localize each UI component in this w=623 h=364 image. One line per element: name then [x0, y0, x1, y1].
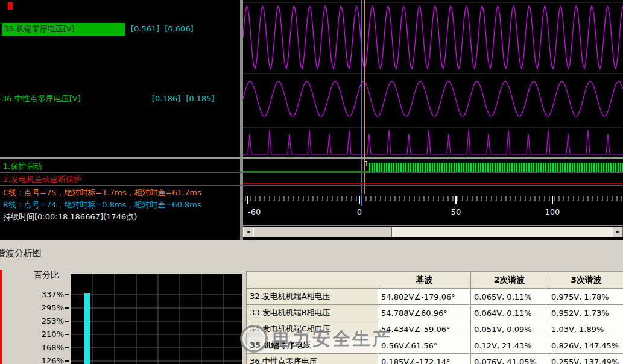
table-cell[interactable]: 0.051V, 0.09%: [471, 321, 548, 337]
time-axis[interactable]: -60050100: [243, 194, 623, 224]
channel-35-value-1: [0.561]: [131, 24, 159, 33]
channel-35-row[interactable]: 35.机端零序电压[V][0.561][0.606]: [2, 23, 194, 36]
y-tick-label: 295%: [35, 303, 64, 312]
y-tick-label: 253%: [35, 316, 64, 325]
red-edge-line: [0, 270, 2, 364]
channel-36-row[interactable]: 36.中性点零序电压[V][0.186][0.185]: [2, 93, 215, 104]
table-header-2: 2次谐波: [471, 272, 548, 288]
table-cell[interactable]: 0.975V, 1.78%: [548, 289, 623, 304]
y-tick-label: 210%: [35, 330, 64, 339]
channel-36-value-1: [0.186]: [152, 94, 180, 103]
table-cell[interactable]: 0.185V∠-172.14°: [378, 354, 470, 364]
channel-35-value-2: [0.606]: [165, 24, 193, 33]
time-axis-label: 0: [357, 207, 362, 216]
divider-horizontal: [0, 185, 623, 186]
y-tick-label: 337%: [35, 290, 64, 299]
red-marker: [8, 2, 13, 10]
time-axis-svg: -60050100: [243, 194, 623, 224]
duration-readout: 持续时间[0:00:18.186667](1746点): [3, 212, 137, 222]
waveform-pulses-trace: [243, 130, 623, 154]
r-cursor-readout: R线：点号=74，绝对时标=0.8ms，相对时差=60.8ms: [3, 199, 201, 210]
y-tick-mark: [65, 334, 69, 335]
table-cell[interactable]: 0.064V, 0.11%: [471, 305, 548, 321]
waveform-36-trace: [243, 81, 623, 116]
divider-horizontal: [0, 157, 623, 159]
digital-trace-1-active-band: [369, 163, 623, 172]
y-tick-mark: [65, 321, 69, 322]
harmonic-chart-svg: [71, 274, 242, 364]
digital-trace-1-trigger-marker: 1: [364, 160, 369, 168]
digital-channel-1-label[interactable]: 1.保护启动: [3, 161, 42, 172]
harmonic-bar[interactable]: [84, 293, 90, 364]
table-cell[interactable]: 54.802V∠-179.06°: [378, 289, 470, 304]
percent-axis-label: 百分比: [34, 270, 59, 281]
table-header-1: 基波: [378, 272, 470, 288]
c-cursor-readout: C线：点号=75，绝对时标=1.7ms，相对时差=61.7ms: [3, 187, 201, 198]
table-header-3: 3次谐波: [548, 272, 623, 288]
divider-horizontal: [243, 225, 623, 226]
digital-trace-2-line: [243, 183, 623, 184]
table-cell[interactable]: 1.03V, 1.89%: [548, 321, 623, 337]
scroll-left-button[interactable]: ◄: [243, 227, 253, 237]
harmonic-bar-chart[interactable]: [71, 274, 242, 364]
table-row-header[interactable]: 36.中性点零序电压: [247, 354, 378, 364]
horizontal-scrollbar[interactable]: ◄ ►: [243, 227, 623, 237]
harmonic-table: 基波2次谐波3次谐波32.发电机机端A相电压54.802V∠-179.06°0.…: [246, 271, 623, 364]
table-cell[interactable]: 0.56V∠61.56°: [378, 337, 470, 353]
table-cell[interactable]: 0.065V, 0.11%: [471, 289, 548, 304]
table-row-header[interactable]: 34.发电机机端C相电压: [247, 321, 378, 337]
channel-36-value-2: [0.185]: [186, 94, 214, 103]
table-header-blank: [247, 272, 378, 288]
table-cell[interactable]: 0.255V, 137.49%: [548, 354, 623, 364]
waveform-svg: [243, 0, 623, 157]
y-tick-label: 126%: [35, 356, 64, 364]
table-row-header[interactable]: 33.发电机机端B相电压: [247, 305, 378, 321]
scroll-right-button[interactable]: ►: [613, 227, 623, 237]
table-cell[interactable]: 0.826V, 147.45%: [548, 337, 623, 353]
y-tick-label: 168%: [35, 343, 64, 352]
y-tick-mark: [65, 360, 69, 362]
channel-36-label[interactable]: 36.中性点零序电压[V]: [2, 93, 147, 104]
r-cursor-line[interactable]: [361, 0, 362, 194]
y-tick-mark: [65, 347, 69, 348]
channel-35-label[interactable]: 35.机端零序电压[V]: [2, 23, 125, 36]
table-cell[interactable]: 0.952V, 1.73%: [548, 305, 623, 321]
harmonic-title: 谐波分析图: [0, 248, 42, 259]
table-cell[interactable]: 54.434V∠-59.06°: [378, 321, 470, 337]
waveform-display[interactable]: [243, 0, 623, 157]
time-axis-label: -60: [248, 207, 261, 216]
harmonic-panel: 谐波分析图 百分比 337%295%253%210%168%126% 基波2次谐…: [0, 240, 623, 364]
table-cell[interactable]: 0.076V, 41.05%: [471, 354, 548, 364]
table-cell[interactable]: 54.788V∠60.96°: [378, 305, 470, 321]
scrollbar-thumb[interactable]: [253, 227, 392, 237]
y-tick-mark: [65, 294, 69, 295]
waveform-35-trace: [243, 6, 623, 68]
time-axis-label: 100: [545, 207, 560, 216]
wave-analysis-window: 35.机端零序电压[V][0.561][0.606] 36.中性点零序电压[V]…: [0, 0, 623, 364]
table-cell[interactable]: 0.12V, 21.43%: [471, 337, 548, 353]
waveform-panel: 35.机端零序电压[V][0.561][0.606] 36.中性点零序电压[V]…: [0, 0, 623, 240]
divider-horizontal: [0, 172, 623, 173]
table-row-header[interactable]: 35.机端零序电压: [247, 337, 378, 353]
digital-channel-2-label[interactable]: 2.发电机差动速断保护: [3, 174, 81, 185]
time-axis-label: 50: [451, 207, 461, 216]
y-tick-mark: [65, 307, 69, 309]
table-row-header[interactable]: 32.发电机机端A相电压: [247, 289, 378, 304]
